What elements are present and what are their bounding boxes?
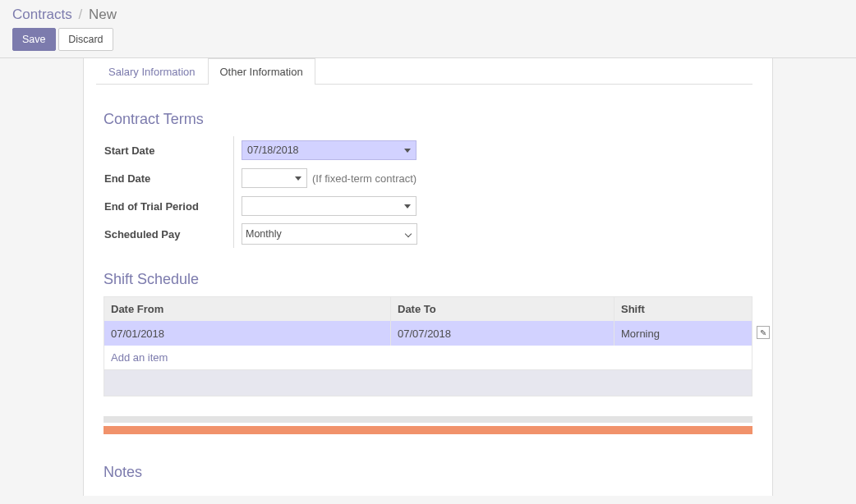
breadcrumb-current: New: [89, 7, 117, 22]
label-end-date: End Date: [104, 172, 233, 185]
divider-bar-grey: [104, 416, 752, 423]
col-date-from: Date From: [104, 297, 391, 321]
shift-schedule-heading: Shift Schedule: [104, 271, 752, 288]
breadcrumb-root[interactable]: Contracts: [12, 7, 72, 22]
col-date-to: Date To: [391, 297, 614, 321]
divider-bar-orange: [104, 426, 752, 434]
chevron-down-icon: [404, 149, 411, 153]
breadcrumb: Contracts / New: [12, 7, 844, 23]
end-date-input[interactable]: [242, 168, 307, 188]
trial-date-input[interactable]: [242, 196, 416, 216]
notes-heading: Notes: [104, 464, 752, 481]
label-scheduled-pay: Scheduled Pay: [104, 228, 233, 241]
chevron-down-icon: [295, 176, 301, 181]
save-button[interactable]: Save: [12, 28, 56, 51]
tab-salary-information[interactable]: Salary Information: [96, 58, 208, 85]
contract-terms-heading: Contract Terms: [104, 111, 752, 128]
label-start-date: Start Date: [104, 144, 233, 157]
date-to-value: 07/07/2018: [398, 328, 451, 340]
label-end-trial: End of Trial Period: [104, 200, 233, 213]
chevron-down-icon: [405, 231, 412, 237]
add-an-item[interactable]: Add an item: [104, 346, 752, 369]
date-from-value: 07/01/2018: [111, 328, 164, 340]
shift-cell[interactable]: Morning ✎: [614, 321, 752, 346]
end-date-hint: (If fixed-term contract): [312, 172, 416, 185]
shift-schedule-list: Date From Date To Shift 07/01/2018 07/07…: [104, 296, 752, 396]
notebook-tabs: Salary Information Other Information: [96, 58, 752, 85]
control-panel: Contracts / New Save Discard: [0, 0, 856, 58]
list-empty-zone: [104, 369, 752, 396]
scheduled-pay-select[interactable]: Monthly: [242, 223, 417, 245]
date-to-cell[interactable]: 07/07/2018: [391, 321, 614, 346]
start-date-input[interactable]: 07/18/2018: [242, 140, 416, 160]
shift-value: Morning: [621, 328, 660, 340]
date-from-cell[interactable]: 07/01/2018: [104, 321, 391, 346]
chevron-down-icon: [404, 204, 411, 208]
breadcrumb-separator: /: [78, 7, 82, 22]
col-shift: Shift: [614, 297, 752, 321]
tab-other-information[interactable]: Other Information: [208, 58, 315, 85]
external-edit-icon[interactable]: ✎: [757, 326, 770, 339]
scheduled-pay-value: Monthly: [246, 228, 282, 240]
table-row: 07/01/2018 07/07/2018 Morning ✎: [104, 321, 752, 346]
form-sheet: Salary Information Other Information Con…: [83, 58, 773, 496]
discard-button[interactable]: Discard: [58, 28, 113, 51]
start-date-value: 07/18/2018: [247, 144, 299, 156]
